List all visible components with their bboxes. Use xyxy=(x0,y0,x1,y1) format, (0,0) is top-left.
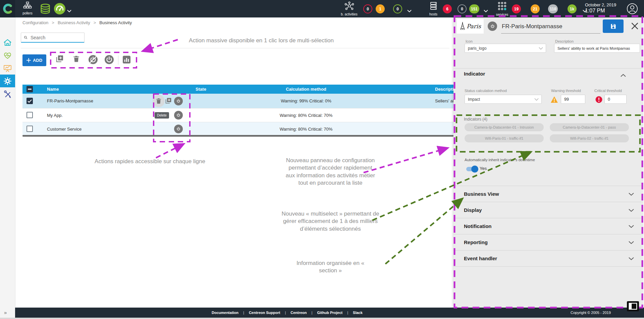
section-display[interactable]: Display xyxy=(453,202,643,218)
status-calculation-value: Impact xyxy=(468,97,480,102)
footer-link-centreon[interactable]: Centreon xyxy=(290,311,307,315)
row-calculation-method: Warning: 80% Critical: 70% xyxy=(216,122,396,136)
description-input[interactable] xyxy=(554,44,640,53)
footer-link-github[interactable]: Github Project xyxy=(317,311,342,315)
row-power-button[interactable] xyxy=(174,111,183,120)
chevron-down-icon xyxy=(629,239,634,245)
ba-warning-badge[interactable]: 1 xyxy=(376,4,385,13)
arrow-to-row-actions xyxy=(156,144,183,158)
indicator-chip[interactable]: Wifi-Paris-01 - traffic-if1 xyxy=(465,134,544,142)
row-delete-button[interactable] xyxy=(155,97,162,106)
current-time: 1:07 PM xyxy=(585,8,616,14)
hosts-menu[interactable]: hosts xyxy=(427,1,440,16)
indicator-section-heading[interactable]: Indicator xyxy=(464,71,485,77)
mass-duplicate-button[interactable] xyxy=(56,55,64,63)
table-scrollbar[interactable] xyxy=(22,135,453,137)
hosts-unreachable-badge[interactable]: 0 xyxy=(458,4,467,13)
breadcrumb-business-activity[interactable]: Business Activity xyxy=(58,20,90,25)
ba-critical-badge[interactable]: 0 xyxy=(363,4,372,13)
row-checkbox[interactable] xyxy=(26,126,33,132)
ba-ok-badge[interactable]: 0 xyxy=(393,4,402,13)
column-header-name[interactable]: Name xyxy=(47,85,59,94)
business-activities-menu[interactable]: b. activities xyxy=(337,1,361,16)
column-header-calculation-method[interactable]: Calculation method xyxy=(216,85,396,94)
inherit-downtime-toggle[interactable] xyxy=(466,167,477,171)
chevron-down-icon xyxy=(629,191,634,197)
pollers-icon xyxy=(23,1,32,11)
critical-threshold-label: Critical threshold xyxy=(594,89,622,93)
row-power-button[interactable] xyxy=(174,97,183,105)
status-calculation-select[interactable]: Impact xyxy=(465,95,542,104)
footer-link-slack[interactable]: Slack xyxy=(353,311,363,315)
indicator-chip[interactable]: Camera-Ip-Datacenter-01 - pass xyxy=(550,123,629,131)
chevron-up-icon[interactable] xyxy=(621,72,626,78)
pollers-menu[interactable]: pollers xyxy=(19,1,36,15)
warning-threshold-input[interactable] xyxy=(561,95,585,104)
centreon-c-icon xyxy=(2,3,13,14)
bottom-strip xyxy=(0,318,644,319)
sidebar-item-administration[interactable] xyxy=(0,88,15,101)
heartbeat-icon xyxy=(3,51,12,60)
row-duplicate-button[interactable] xyxy=(165,97,172,105)
sidebar-expand-chevrons[interactable]: » xyxy=(4,310,7,315)
sidebar-item-home[interactable] xyxy=(0,36,15,49)
panel-power-button[interactable] xyxy=(488,21,497,31)
services-critical-badge[interactable]: 19 xyxy=(512,4,521,13)
section-event-handler[interactable]: Event handler xyxy=(453,250,643,266)
section-heading: Business View xyxy=(464,191,499,197)
select-all-checkbox[interactable] xyxy=(26,86,33,92)
toolbar-divider xyxy=(21,48,449,48)
section-reporting[interactable]: Reporting xyxy=(453,234,643,250)
add-button[interactable]: ADD xyxy=(22,54,46,66)
mass-delete-button[interactable] xyxy=(72,55,80,63)
services-ok-badge[interactable]: 1k xyxy=(568,4,577,13)
mass-report-button[interactable] xyxy=(123,56,130,63)
section-notification[interactable]: Notification xyxy=(453,218,643,234)
search-input[interactable] xyxy=(30,35,82,41)
table-row-customer-service[interactable]: Customer Service Warning: 80% Critical: … xyxy=(22,122,459,136)
save-button[interactable] xyxy=(603,19,624,33)
annotation-mass-action: Action massive disponible en 1 clic lors… xyxy=(177,37,345,44)
breadcrumb-configuration[interactable]: Configuration xyxy=(22,20,48,25)
footer-separator: | xyxy=(312,311,313,315)
icon-select[interactable]: paris_logo xyxy=(465,44,546,53)
sidebar-item-monitoring[interactable] xyxy=(0,49,15,62)
toggle-knob xyxy=(471,166,478,173)
services-menu[interactable]: services xyxy=(492,1,512,16)
footer-link-support[interactable]: Centreon Support xyxy=(249,311,280,315)
fullscreen-panel-icon[interactable] xyxy=(627,301,639,313)
services-warning-badge[interactable]: 21 xyxy=(531,4,540,13)
table-row-my-app[interactable]: My App. Delete Warning: 80% Critical: 70… xyxy=(22,108,459,122)
chevron-down-icon[interactable] xyxy=(407,8,412,14)
centreon-logo[interactable] xyxy=(0,0,15,17)
mass-enable-button[interactable] xyxy=(104,55,114,64)
chevron-down-icon xyxy=(629,223,634,229)
hosts-up-badge[interactable]: 151 xyxy=(469,4,479,13)
critical-threshold-input[interactable] xyxy=(604,95,627,104)
section-business-view[interactable]: Business View xyxy=(453,186,643,202)
indicator-chip[interactable]: Wifi-Paris-02 - traffic-if1 xyxy=(550,134,629,142)
duplicate-icon xyxy=(165,97,172,104)
chevron-down-icon[interactable] xyxy=(484,8,488,14)
chevron-down-icon[interactable] xyxy=(67,8,71,14)
activity-name-input[interactable] xyxy=(501,20,600,34)
row-checkbox-checked[interactable] xyxy=(26,98,33,104)
sidebar-item-reporting[interactable] xyxy=(0,62,15,75)
gauge-status-icon[interactable] xyxy=(54,3,66,16)
sidebar-item-configuration[interactable] xyxy=(0,75,15,87)
user-avatar[interactable] xyxy=(627,3,638,16)
toolbar-separator xyxy=(118,55,118,65)
close-panel-button[interactable] xyxy=(631,22,639,32)
row-power-button[interactable] xyxy=(174,125,183,133)
database-status-icon[interactable] xyxy=(40,3,51,16)
plus-icon xyxy=(26,58,31,62)
mass-disable-button[interactable] xyxy=(88,55,98,64)
services-unknown-badge[interactable]: 110 xyxy=(548,4,558,13)
footer-link-documentation[interactable]: Documentation xyxy=(212,311,238,315)
table-row-fr-paris-montparnasse[interactable]: FR-Paris-Montparnasse Warning: 99% Criti… xyxy=(22,94,459,108)
hosts-icon xyxy=(429,1,438,12)
hosts-down-badge[interactable]: 6 xyxy=(443,4,452,13)
indicator-chip[interactable]: Camera-Ip-Datacenter-01 - Intrusion xyxy=(465,123,544,131)
add-button-label: ADD xyxy=(33,58,42,63)
row-checkbox[interactable] xyxy=(26,112,33,118)
